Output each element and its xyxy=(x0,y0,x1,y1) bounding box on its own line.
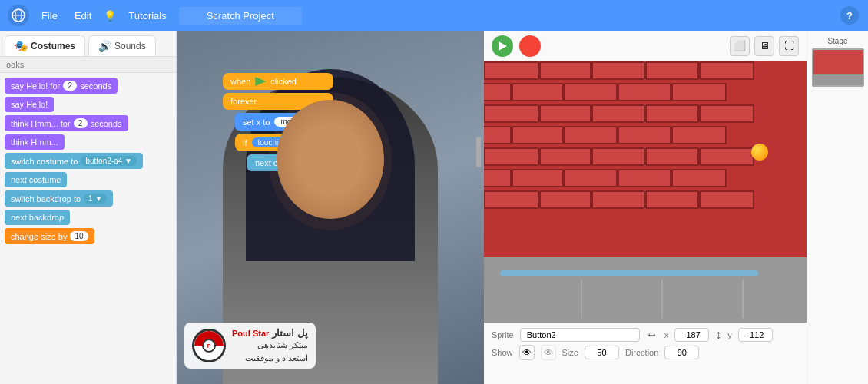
stage-thumb-ground xyxy=(813,74,863,85)
list-item: change size by 10 xyxy=(5,228,171,244)
stage-ground xyxy=(484,257,807,323)
sounds-icon: 🔊 xyxy=(98,40,111,52)
block-switch-costume[interactable]: switch costume to button2-a4 ▼ xyxy=(5,153,143,169)
ground-water-puddle xyxy=(500,270,758,276)
logo-fa-line1: مبتکر شتابدهی xyxy=(232,339,308,352)
block-when-flag[interactable]: when when 🏁 clicked clicked xyxy=(223,73,333,90)
stage-large-button[interactable]: 🖥 xyxy=(754,36,774,56)
direction-label: Direction xyxy=(625,348,658,357)
x-arrows-icon: ↔ xyxy=(646,328,658,342)
stage-info-row-1: Sprite ↔ x ↕ y xyxy=(492,328,799,342)
list-item: say Hello! xyxy=(5,97,171,112)
forever-label: forever xyxy=(230,97,257,106)
list-item: think Hmm... for 2 seconds xyxy=(5,115,171,131)
tab-costumes[interactable]: 🎭 Costumes xyxy=(5,35,85,56)
help-button[interactable]: ? xyxy=(840,6,859,25)
blocks-section-label: ooks xyxy=(0,57,176,73)
block-switch-backdrop[interactable]: switch backdrop to 1 ▼ xyxy=(5,190,113,207)
stage-ball xyxy=(751,144,768,161)
video-scrollbar[interactable] xyxy=(476,137,481,167)
stage-toolbar: ⬜ 🖥 ⛶ xyxy=(484,31,807,61)
set-x-label: set x to xyxy=(243,118,270,127)
poulstar-logo: P Poul Star پل استار مبتکر شتابدهی استعد… xyxy=(184,323,316,369)
stage-thumb-label: Stage xyxy=(827,37,847,45)
flag-icon xyxy=(255,77,266,86)
edit-menu[interactable]: Edit xyxy=(70,8,96,23)
block-say-hello-seconds[interactable]: say Hello! for 2 seconds xyxy=(5,78,118,94)
tabs-bar: 🎭 Costumes 🔊 Sounds xyxy=(0,31,176,57)
stage-thumb-panel: Stage xyxy=(807,31,868,384)
block-say-hello[interactable]: say Hello! xyxy=(5,97,54,112)
size-label: Size xyxy=(562,348,578,357)
block-list: say Hello! for 2 seconds say Hello! thin… xyxy=(0,73,176,384)
stop-button[interactable] xyxy=(519,35,541,57)
list-item: switch costume to button2-a4 ▼ xyxy=(5,153,171,169)
block-next-costume[interactable]: next costume xyxy=(5,172,67,187)
if-label: if xyxy=(243,138,247,147)
y-label: y xyxy=(727,330,732,339)
stage-thumbnail[interactable] xyxy=(812,48,864,87)
project-title-input[interactable] xyxy=(179,7,302,25)
size-input[interactable] xyxy=(585,346,619,359)
costumes-icon: 🎭 xyxy=(15,40,28,52)
tutorials-menu[interactable]: Tutorials xyxy=(124,8,171,23)
logo-en-name: Poul Star xyxy=(232,329,269,338)
block-next-backdrop[interactable]: next backdrop xyxy=(5,210,70,225)
when-text: when xyxy=(230,77,250,86)
stage-info-row-2: Show 👁 👁 Size Direction xyxy=(492,345,799,360)
main-layout: 🎭 Costumes 🔊 Sounds ooks say Hello! for … xyxy=(0,31,868,384)
stage-info: Sprite ↔ x ↕ y Show 👁 👁 Size Direction xyxy=(484,323,807,384)
stage-small-button[interactable]: ⬜ xyxy=(730,36,750,56)
list-item: next backdrop xyxy=(5,210,171,225)
y-value-input[interactable] xyxy=(738,328,773,342)
x-value-input[interactable] xyxy=(674,328,709,342)
y-arrows-icon: ↕ xyxy=(715,328,721,342)
hide-eye-button[interactable]: 👁 xyxy=(541,345,556,360)
list-item: say Hello! for 2 seconds xyxy=(5,78,171,94)
right-panel: ⬜ 🖥 ⛶ xyxy=(484,31,807,384)
list-item: next costume xyxy=(5,172,171,187)
globe-button[interactable] xyxy=(8,5,29,26)
tab-sounds[interactable]: 🔊 Sounds xyxy=(88,35,156,56)
block-change-size[interactable]: change size by 10 xyxy=(5,228,94,244)
x-label: x xyxy=(664,330,669,339)
green-flag-button[interactable] xyxy=(492,35,513,57)
sprite-label: Sprite xyxy=(492,330,514,339)
stage-canvas xyxy=(484,61,807,323)
block-think-hmm[interactable]: think Hmm... xyxy=(5,134,65,150)
brick-wall xyxy=(484,61,807,257)
svg-marker-3 xyxy=(499,41,507,51)
direction-input[interactable] xyxy=(664,346,699,359)
logo-fa-line2: استعداد و موفقیت xyxy=(232,352,308,365)
block-think-hmm-seconds[interactable]: think Hmm... for 2 seconds xyxy=(5,115,128,131)
center-video: when when 🏁 clicked clicked forever set … xyxy=(177,31,484,384)
stage-thumb-brick xyxy=(813,50,863,74)
list-item: think Hmm... xyxy=(5,134,171,150)
logo-fa-brand: پل استار xyxy=(272,327,308,339)
top-nav: File Edit 💡 Tutorials ? xyxy=(0,0,868,31)
list-item: switch backdrop to 1 ▼ xyxy=(5,190,171,207)
stage-fullscreen-button[interactable]: ⛶ xyxy=(779,36,799,56)
left-panel: 🎭 Costumes 🔊 Sounds ooks say Hello! for … xyxy=(0,31,177,384)
clicked-label: clicked xyxy=(270,77,297,86)
sprite-name-input[interactable] xyxy=(520,328,640,342)
show-eye-button[interactable]: 👁 xyxy=(519,345,535,360)
stage-view-icons: ⬜ 🖥 ⛶ xyxy=(730,36,799,56)
show-label: Show xyxy=(492,348,513,357)
file-menu[interactable]: File xyxy=(37,8,62,23)
logo-icon: P xyxy=(192,329,226,362)
